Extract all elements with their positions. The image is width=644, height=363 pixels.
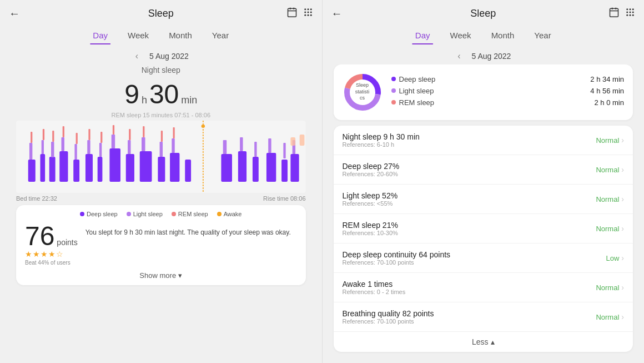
metric-status-4: Low	[606, 254, 619, 262]
right-less-button[interactable]: Less ▴	[334, 332, 633, 352]
svg-rect-63	[161, 131, 163, 142]
metric-chevron-5: ›	[621, 283, 624, 292]
legend-deep-sleep-label: Deep sleep	[87, 211, 118, 217]
svg-point-10	[304, 14, 306, 16]
svg-rect-28	[185, 160, 191, 182]
left-date-nav: ‹ 5 Aug 2022	[133, 49, 189, 63]
svg-rect-54	[43, 129, 44, 140]
left-date: 5 Aug 2022	[149, 52, 189, 61]
legend-rem-sleep-label: REM sleep	[178, 211, 208, 217]
svg-rect-39	[74, 144, 77, 160]
left-tab-day[interactable]: Day	[83, 27, 118, 43]
svg-point-78	[630, 14, 631, 16]
right-tab-month[interactable]: Month	[481, 27, 525, 43]
metric-row-0[interactable]: Night sleep 9 h 30 min References: 6-10 …	[334, 126, 633, 155]
right-stat-deep: Deep sleep 2 h 34 min	[391, 75, 625, 83]
svg-rect-38	[61, 137, 64, 151]
svg-rect-19	[59, 151, 68, 182]
right-tab-week[interactable]: Week	[440, 27, 481, 43]
svg-point-5	[307, 8, 309, 10]
left-show-more-label: Show more	[139, 271, 176, 280]
left-back-button[interactable]: ←	[9, 7, 20, 20]
metric-name-5: Awake 1 times	[343, 280, 406, 289]
left-calendar-icon[interactable]	[286, 7, 298, 21]
left-legend-card: Deep sleep Light sleep REM sleep Awake 7…	[16, 205, 306, 285]
left-stars: ★★★★☆	[25, 250, 64, 258]
metric-name-1: Deep sleep 27%	[343, 162, 400, 171]
svg-point-9	[310, 12, 311, 13]
metric-left-0: Night sleep 9 h 30 min References: 6-10 …	[343, 132, 420, 148]
svg-point-75	[630, 12, 631, 13]
left-bed-time: Bed time 22:32	[16, 195, 57, 202]
left-panel: ← Sleep Day Week Month	[0, 0, 322, 363]
left-prev-arrow[interactable]: ‹	[133, 49, 140, 63]
metric-ref-2: References: <55%	[343, 200, 398, 207]
svg-rect-32	[266, 153, 276, 182]
svg-rect-35	[29, 143, 32, 160]
left-score-number: 76	[25, 223, 54, 250]
metric-name-0: Night sleep 9 h 30 min	[343, 132, 420, 141]
svg-point-4	[304, 8, 306, 10]
left-min-label: min	[181, 95, 197, 106]
left-tab-month[interactable]: Month	[159, 27, 202, 43]
metric-chevron-6: ›	[621, 312, 624, 321]
left-mins: 30	[149, 79, 179, 110]
metric-ref-3: References: 10-30%	[343, 230, 398, 236]
metric-left-1: Deep sleep 27% References: 20-60%	[343, 162, 400, 177]
left-title: Sleep	[148, 8, 174, 19]
right-sleep-stat-rows: Deep sleep 2 h 34 min Light sleep 4 h 56…	[391, 75, 625, 110]
right-tab-year[interactable]: Year	[524, 27, 561, 43]
right-back-button[interactable]: ←	[331, 7, 343, 20]
svg-point-71	[626, 8, 628, 10]
svg-rect-43	[128, 140, 130, 154]
svg-rect-64	[173, 127, 174, 138]
metric-right-1: Normal ›	[596, 165, 624, 174]
metric-row-3[interactable]: REM sleep 21% References: 10-30% Normal …	[334, 214, 633, 243]
legend-awake-label: Awake	[224, 211, 242, 217]
right-grid-icon[interactable]	[625, 7, 635, 20]
left-beat-text: Beat 44% of users	[25, 260, 71, 266]
right-calendar-icon[interactable]	[608, 7, 620, 21]
svg-rect-21	[85, 154, 93, 182]
metric-status-2: Normal	[596, 195, 619, 203]
right-tab-day[interactable]: Day	[405, 27, 440, 43]
svg-rect-37	[51, 142, 54, 157]
metric-name-3: REM sleep 21%	[343, 221, 398, 230]
right-title: Sleep	[470, 8, 496, 19]
metric-row-2[interactable]: Light sleep 52% References: <55% Normal …	[334, 185, 633, 214]
left-legend-row: Deep sleep Light sleep REM sleep Awake	[25, 211, 297, 217]
left-chevron-down-icon: ▾	[178, 271, 182, 280]
svg-rect-53	[31, 132, 32, 143]
metric-row-5[interactable]: Awake 1 times References: 0 - 2 times No…	[334, 273, 633, 302]
metric-row-4[interactable]: Deep sleep continuity 64 points Referenc…	[334, 243, 633, 273]
left-tab-year[interactable]: Year	[202, 27, 239, 43]
svg-rect-31	[253, 157, 259, 182]
svg-rect-44	[142, 137, 145, 151]
right-stat-light-label: Light sleep	[391, 87, 434, 95]
svg-point-79	[632, 14, 634, 16]
svg-point-15	[202, 125, 205, 128]
left-show-more[interactable]: Show more ▾	[25, 271, 297, 280]
metric-row-6[interactable]: Breathing quality 82 points References: …	[334, 302, 633, 332]
svg-point-77	[626, 14, 628, 16]
left-hours: 9	[124, 79, 139, 110]
metric-right-4: Low ›	[606, 253, 624, 262]
metric-ref-1: References: 20-60%	[343, 171, 400, 177]
right-donut-wrapper: Sleepstatistics	[343, 72, 383, 112]
svg-rect-23	[109, 148, 120, 182]
svg-rect-20	[73, 160, 79, 182]
metric-row-1[interactable]: Deep sleep 27% References: 20-60% Normal…	[334, 155, 633, 185]
metric-right-2: Normal ›	[596, 195, 624, 203]
svg-rect-61	[129, 129, 130, 140]
left-score-area: 76 points ★★★★☆ Beat 44% of users You sl…	[25, 223, 297, 266]
right-prev-arrow[interactable]: ‹	[455, 49, 462, 63]
left-tab-week[interactable]: Week	[118, 27, 159, 43]
svg-rect-58	[88, 129, 90, 140]
svg-point-76	[632, 12, 634, 13]
right-panel: ← Sleep Day Week Month	[322, 0, 645, 363]
right-sleep-stats-card: Sleepstatistics Deep sleep 2 h 34 min Li…	[334, 64, 633, 120]
metric-right-6: Normal ›	[596, 312, 624, 321]
metric-left-6: Breathing quality 82 points References: …	[343, 309, 434, 325]
left-grid-icon[interactable]	[303, 7, 313, 20]
svg-rect-22	[98, 157, 103, 182]
